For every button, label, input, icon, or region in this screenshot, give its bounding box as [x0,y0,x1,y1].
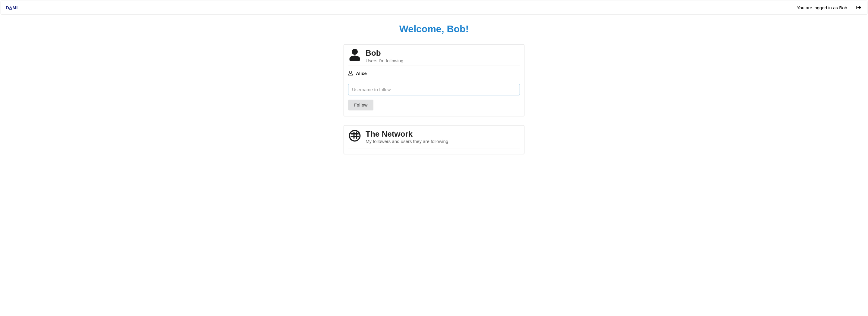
network-subtitle: My followers and users they are followin… [366,139,448,144]
logout-button[interactable] [855,4,862,11]
profile-card-header: Bob Users I'm following [348,49,520,66]
welcome-heading: Welcome, Bob! [344,24,524,35]
username-to-follow-input[interactable] [348,84,520,95]
user-outline-icon [348,71,353,75]
network-title: The Network [366,130,448,138]
logo-triangle-icon [9,6,12,10]
network-card: The Network My followers and users they … [344,125,524,154]
follow-button[interactable]: Follow [348,100,373,110]
sign-out-icon [856,5,861,10]
top-right: You are logged in as Bob. [797,4,862,11]
profile-subtitle: Users I'm following [366,58,403,63]
user-icon [348,49,361,61]
globe-icon [348,130,361,142]
profile-name: Bob [366,49,403,58]
top-menu: D ML You are logged in as Bob. [1,1,867,14]
following-username: Alice [356,71,367,76]
list-item: Alice [348,69,520,78]
main-content: Welcome, Bob! Bob Users I'm following Al… [344,15,524,154]
network-divider [348,148,520,148]
login-status-text: You are logged in as Bob. [797,5,848,10]
network-card-header: The Network My followers and users they … [348,130,520,146]
daml-logo: D ML [6,5,19,10]
profile-card: Bob Users I'm following Alice Follow [344,44,524,116]
following-list: Alice [348,69,520,78]
